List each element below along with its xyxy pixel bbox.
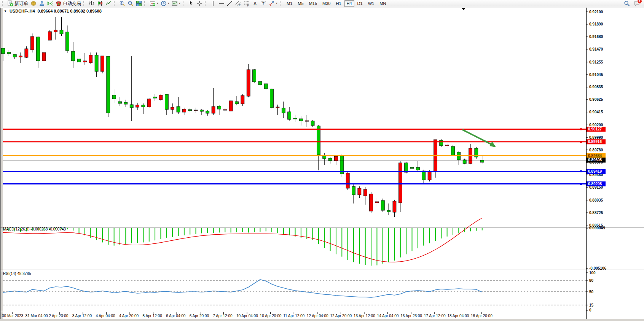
toolbar-group-grip xyxy=(144,1,147,6)
price-axis-line xyxy=(586,8,587,319)
price-tag: 0.90127 xyxy=(587,127,606,132)
chart-canvas[interactable]: 0.921000.918900.916800.914700.912550.910… xyxy=(0,0,644,321)
window-bottom-strip xyxy=(0,319,644,321)
arrows-icon xyxy=(269,0,275,6)
templates-icon xyxy=(172,0,178,6)
svg-text:12 Apr 04:00: 12 Apr 04:00 xyxy=(307,314,328,318)
timeframe-h1-button[interactable]: H1 xyxy=(333,0,343,7)
funds-button[interactable] xyxy=(29,0,38,7)
svg-text:E: E xyxy=(239,4,241,6)
zoom-in-icon xyxy=(119,0,125,6)
timeframe-m1-button[interactable]: M1 xyxy=(284,0,295,7)
hline-icon xyxy=(218,0,225,6)
chevron-down-icon[interactable]: ▾ xyxy=(157,2,158,5)
candle xyxy=(370,192,373,213)
autotrade-button[interactable]: 自动交易 xyxy=(54,0,82,7)
candle xyxy=(100,56,104,73)
price-tag: 0.89684 xyxy=(587,153,606,158)
svg-text:F: F xyxy=(247,4,249,6)
zoom-out-button[interactable] xyxy=(126,0,135,7)
line-handle[interactable] xyxy=(580,170,582,172)
toolbar-group-grip xyxy=(114,1,116,6)
svg-text:0.90625: 0.90625 xyxy=(589,97,603,102)
chevron-down-icon[interactable]: ▾ xyxy=(276,2,277,5)
timeframe-m30-button[interactable]: M30 xyxy=(320,0,333,7)
chevron-down-icon[interactable]: ▾ xyxy=(168,2,169,5)
timeframe-w1-button[interactable]: W1 xyxy=(366,0,377,7)
channel-button[interactable]: E xyxy=(234,0,242,7)
svg-text:5 Apr 12:00: 5 Apr 12:00 xyxy=(143,314,163,318)
arrows-button[interactable]: ▾ xyxy=(268,0,279,7)
svg-text:31 Mar 04:00: 31 Mar 04:00 xyxy=(26,314,48,318)
price-tag: 0.89608 xyxy=(587,157,606,162)
svg-text:16 Apr 23:00: 16 Apr 23:00 xyxy=(400,314,422,318)
svg-text:0.89780: 0.89780 xyxy=(589,148,603,152)
line-handle[interactable] xyxy=(580,128,582,130)
vline-button[interactable] xyxy=(209,0,217,7)
new-order-icon xyxy=(7,0,13,6)
indicators-button[interactable]: ▾ xyxy=(148,0,159,7)
window-top-border xyxy=(0,8,644,8)
svg-text:0.91045: 0.91045 xyxy=(589,73,603,77)
periods-icon xyxy=(161,0,167,6)
text-button[interactable]: A xyxy=(251,0,259,7)
hline-button[interactable] xyxy=(217,0,226,7)
rsi-indicator-label: RSI(14) 48.8785 xyxy=(3,272,31,276)
svg-text:6 Apr 20:00: 6 Apr 20:00 xyxy=(190,314,209,318)
line-handle[interactable] xyxy=(580,141,582,143)
bar-chart-button[interactable] xyxy=(88,0,96,7)
svg-text:0.90127: 0.90127 xyxy=(588,127,602,131)
signals-button[interactable] xyxy=(46,0,54,7)
new-order-button[interactable]: 新订单 xyxy=(6,0,29,7)
svg-text:0.88935: 0.88935 xyxy=(589,198,603,202)
svg-text:4 Apr 04:00: 4 Apr 04:00 xyxy=(96,314,115,318)
svg-text:10 Apr 20:00: 10 Apr 20:00 xyxy=(260,314,282,318)
search-button[interactable] xyxy=(623,0,631,7)
periods-button[interactable]: ▾ xyxy=(159,0,171,7)
community-button[interactable] xyxy=(38,0,46,7)
symbol-period-label: USDCHF-,H4 xyxy=(10,9,35,13)
indicators-icon xyxy=(150,0,156,6)
text-icon: A xyxy=(252,0,258,6)
crosshair-icon xyxy=(196,0,202,6)
line-handle[interactable] xyxy=(580,183,582,185)
svg-text:0.88725: 0.88725 xyxy=(589,211,603,215)
svg-text:0.89608: 0.89608 xyxy=(588,158,602,162)
notifications-button[interactable]: 1 xyxy=(633,0,641,7)
tile-windows-button[interactable] xyxy=(135,0,143,7)
timeframe-h4-button[interactable]: H4 xyxy=(344,0,354,7)
label-icon: T xyxy=(260,0,266,6)
candle xyxy=(451,145,454,156)
label-button[interactable]: T xyxy=(259,0,268,7)
channel-icon: E xyxy=(235,0,241,6)
crosshair-button[interactable] xyxy=(195,0,204,7)
signals-icon xyxy=(47,0,53,6)
timeframe-m5-button[interactable]: M5 xyxy=(295,0,306,7)
timeframe-m15-button[interactable]: M15 xyxy=(307,0,319,7)
fibonacci-button[interactable]: F xyxy=(242,0,251,7)
timeframe-mn-button[interactable]: MN xyxy=(377,0,388,7)
line-chart-button[interactable] xyxy=(104,0,113,7)
candles-icon xyxy=(97,0,103,6)
svg-text:2 Apr 23:00: 2 Apr 23:00 xyxy=(49,314,69,318)
main-toolbar: 新订单自动交易▾▾▾EFAT▾M1M5M15M30H1H4D1W1MN 1 xyxy=(0,0,644,7)
cursor-button[interactable] xyxy=(187,0,195,7)
collapse-icon[interactable]: ▼ xyxy=(4,10,7,13)
svg-text:18 Apr 04:00: 18 Apr 04:00 xyxy=(447,314,469,318)
toolbar-group-grip xyxy=(2,1,4,6)
svg-text:13 Apr 12:00: 13 Apr 12:00 xyxy=(354,314,375,318)
candlestick-button[interactable] xyxy=(96,0,104,7)
svg-text:50: 50 xyxy=(589,290,594,294)
svg-text:0.90415: 0.90415 xyxy=(589,110,603,114)
candle xyxy=(107,56,110,117)
trendline-button[interactable] xyxy=(226,0,234,7)
templates-button[interactable]: ▾ xyxy=(171,0,182,7)
candle xyxy=(340,154,344,177)
candle xyxy=(48,30,51,40)
toolbar-group-grip xyxy=(205,1,207,6)
timeframe-d1-button[interactable]: D1 xyxy=(355,0,365,7)
price-tag: 0.89419 xyxy=(587,169,606,174)
svg-text:0.91890: 0.91890 xyxy=(589,22,603,26)
zoom-in-button[interactable] xyxy=(118,0,126,7)
chevron-down-icon[interactable]: ▾ xyxy=(179,2,180,5)
